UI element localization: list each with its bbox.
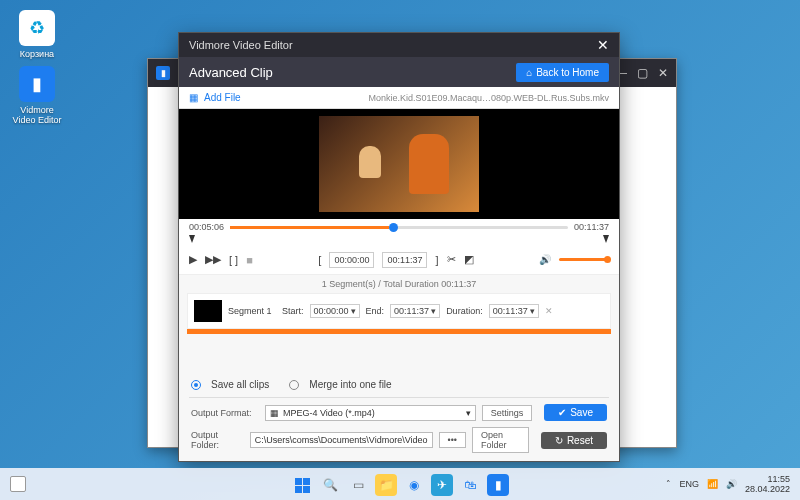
chevron-down-icon: ▾	[351, 306, 356, 316]
chevron-down-icon: ▾	[431, 306, 436, 316]
wifi-icon[interactable]: 📶	[707, 479, 718, 489]
seg-end-label: End:	[366, 306, 385, 316]
playback-controls: ▶ ▶▶ [ ] ■ [ 00:00:00 00:11:37 ] ✂ ◩ 🔊	[179, 245, 619, 275]
app-icon: ▮	[156, 66, 170, 80]
segment-name: Segment 1	[228, 306, 276, 316]
system-tray[interactable]: ˄ ENG 📶 🔊 11:55 28.04.2022	[666, 474, 790, 494]
output-folder-row: Output Folder: C:\Users\comss\Documents\…	[179, 424, 619, 461]
merge-radio[interactable]	[289, 380, 299, 390]
reset-button[interactable]: ↻ Reset	[541, 432, 607, 449]
end-time-input[interactable]: 00:11:37	[382, 252, 427, 268]
edge-button[interactable]: ◉	[403, 474, 425, 496]
check-icon: ✔	[558, 407, 566, 418]
segment-summary: 1 Segment(s) / Total Duration 00:11:37	[179, 275, 619, 293]
start-button[interactable]	[291, 474, 313, 496]
telegram-button[interactable]: ✈	[431, 474, 453, 496]
volume-slider[interactable]	[559, 258, 609, 261]
seg-dur-label: Duration:	[446, 306, 483, 316]
format-select[interactable]: ▦ MPEG-4 Video (*.mp4) ▾	[265, 405, 476, 421]
play-button[interactable]: ▶	[189, 253, 197, 266]
set-end-button[interactable]: ]	[435, 254, 438, 266]
taskview-button[interactable]: ▭	[347, 474, 369, 496]
recycle-bin[interactable]: ♻ Корзина	[12, 10, 62, 59]
taskbar[interactable]: 🔍 ▭ 📁 ◉ ✈ 🛍 ▮ ˄ ENG 📶 🔊 11:55 28.04.2022	[0, 468, 800, 500]
save-all-radio[interactable]	[191, 380, 201, 390]
save-all-label: Save all clips	[211, 379, 269, 390]
folder-input[interactable]: C:\Users\comss\Documents\Vidmore\Video	[250, 432, 433, 448]
app-taskbar-button[interactable]: ▮	[487, 474, 509, 496]
trim-start-marker[interactable]	[189, 235, 195, 243]
app-label: Vidmore Video Editor	[13, 105, 62, 125]
timeline-row: 00:05:06 00:11:37	[179, 219, 619, 235]
set-start-button[interactable]: [	[318, 254, 321, 266]
browse-button[interactable]: •••	[439, 432, 466, 448]
close-icon[interactable]: ✕	[597, 37, 609, 53]
trim-markers	[179, 235, 619, 245]
delete-segment-button[interactable]: ✕	[545, 306, 553, 316]
chevron-down-icon: ▾	[530, 306, 535, 316]
clock[interactable]: 11:55 28.04.2022	[745, 474, 790, 494]
preview-frame	[319, 116, 479, 212]
bgwin-close[interactable]: ✕	[658, 66, 668, 80]
search-button[interactable]: 🔍	[319, 474, 341, 496]
segment-thumb	[194, 300, 222, 322]
seg-end-input[interactable]: 00:11:37▾	[390, 304, 440, 318]
refresh-icon: ↻	[555, 435, 563, 446]
save-button[interactable]: ✔ Save	[544, 404, 607, 421]
dialog-header: Advanced Clip ⌂ Back to Home	[179, 57, 619, 87]
store-button[interactable]: 🛍	[459, 474, 481, 496]
recycle-label: Корзина	[20, 49, 54, 59]
time-end: 00:11:37	[574, 222, 609, 232]
open-folder-button[interactable]: Open Folder	[472, 427, 529, 453]
folder-label: Output Folder:	[191, 430, 244, 450]
chevron-down-icon: ▾	[466, 408, 471, 418]
split-button[interactable]: ✂	[447, 253, 456, 266]
filename-label: Monkie.Kid.S01E09.Macaqu…080p.WEB-DL.Rus…	[368, 93, 609, 103]
start-time-input[interactable]: 00:00:00	[329, 252, 374, 268]
file-toolbar: ▦ Add File Monkie.Kid.S01E09.Macaqu…080p…	[179, 87, 619, 109]
widgets-button[interactable]	[10, 476, 26, 492]
dialog-titlebar[interactable]: Vidmore Video Editor ✕	[179, 33, 619, 57]
seek-knob[interactable]	[389, 223, 398, 232]
seek-slider[interactable]	[230, 226, 568, 229]
volume-tray-icon[interactable]: 🔊	[726, 479, 737, 489]
time-start: 00:05:06	[189, 222, 224, 232]
settings-button[interactable]: Settings	[482, 405, 533, 421]
tray-chevron-icon[interactable]: ˄	[666, 479, 671, 489]
trim-end-marker[interactable]	[603, 235, 609, 243]
video-preview[interactable]	[179, 109, 619, 219]
next-frame-button[interactable]: ▶▶	[205, 253, 221, 266]
dialog-title: Vidmore Video Editor	[189, 39, 293, 51]
format-label: Output Format:	[191, 408, 259, 418]
add-file-button[interactable]: Add File	[204, 92, 241, 103]
camera-icon: ▮	[19, 66, 55, 102]
vidmore-shortcut[interactable]: ▮ Vidmore Video Editor	[12, 66, 62, 125]
fullscreen-button[interactable]: [ ]	[229, 254, 238, 266]
back-to-home-button[interactable]: ⌂ Back to Home	[516, 63, 609, 82]
seg-dur-input[interactable]: 00:11:37▾	[489, 304, 539, 318]
file-icon: ▦	[189, 92, 198, 103]
taskbar-center: 🔍 ▭ 📁 ◉ ✈ 🛍 ▮	[291, 474, 509, 496]
bgwin-max[interactable]: ▢	[637, 66, 648, 80]
save-options: Save all clips Merge into one file	[179, 375, 619, 394]
volume-icon[interactable]: 🔊	[539, 254, 551, 265]
stop-button[interactable]: ■	[246, 254, 253, 266]
recycle-icon: ♻	[19, 10, 55, 46]
explorer-button[interactable]: 📁	[375, 474, 397, 496]
seg-start-label: Start:	[282, 306, 304, 316]
merge-label: Merge into one file	[309, 379, 391, 390]
format-icon: ▦	[270, 408, 279, 418]
language-indicator[interactable]: ENG	[679, 479, 699, 489]
advanced-clip-dialog: Vidmore Video Editor ✕ Advanced Clip ⌂ B…	[178, 32, 620, 462]
home-icon: ⌂	[526, 67, 532, 78]
header-title: Advanced Clip	[189, 65, 273, 80]
segment-row[interactable]: Segment 1 Start: 00:00:00▾ End: 00:11:37…	[187, 293, 611, 329]
seg-start-input[interactable]: 00:00:00▾	[310, 304, 360, 318]
output-format-row: Output Format: ▦ MPEG-4 Video (*.mp4) ▾ …	[179, 401, 619, 424]
crop-button[interactable]: ◩	[464, 253, 474, 266]
